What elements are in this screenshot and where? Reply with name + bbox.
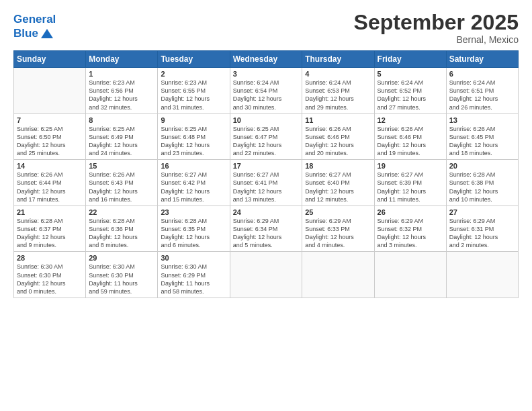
calendar-cell: 20Sunrise: 6:28 AM Sunset: 6:38 PM Dayli… [446, 160, 518, 206]
col-monday: Monday [86, 51, 158, 68]
calendar-cell: 1Sunrise: 6:23 AM Sunset: 6:56 PM Daylig… [86, 68, 158, 114]
day-number: 30 [161, 254, 226, 262]
calendar-cell [14, 68, 86, 114]
header: General Blue September 2025 Bernal, Mexi… [13, 11, 519, 45]
calendar-cell: 25Sunrise: 6:29 AM Sunset: 6:33 PM Dayli… [302, 205, 374, 252]
calendar-cell [374, 252, 446, 298]
day-number: 20 [449, 162, 515, 170]
calendar-cell: 18Sunrise: 6:27 AM Sunset: 6:40 PM Dayli… [302, 160, 374, 206]
day-number: 15 [89, 162, 154, 170]
day-info: Sunrise: 6:23 AM Sunset: 6:56 PM Dayligh… [89, 79, 154, 111]
day-info: Sunrise: 6:28 AM Sunset: 6:38 PM Dayligh… [449, 171, 515, 203]
day-number: 29 [89, 254, 154, 262]
day-info: Sunrise: 6:29 AM Sunset: 6:34 PM Dayligh… [233, 217, 300, 250]
calendar-cell: 24Sunrise: 6:29 AM Sunset: 6:34 PM Dayli… [230, 205, 302, 252]
day-number: 18 [305, 162, 371, 170]
day-info: Sunrise: 6:28 AM Sunset: 6:36 PM Dayligh… [89, 217, 154, 250]
day-number: 24 [233, 208, 300, 216]
svg-marker-0 [41, 29, 53, 38]
col-friday: Friday [374, 51, 446, 68]
calendar-cell: 28Sunrise: 6:30 AM Sunset: 6:30 PM Dayli… [14, 252, 86, 298]
calendar-cell: 17Sunrise: 6:27 AM Sunset: 6:41 PM Dayli… [230, 160, 302, 206]
logo-icon [40, 26, 54, 41]
calendar-cell: 4Sunrise: 6:24 AM Sunset: 6:53 PM Daylig… [302, 68, 374, 114]
calendar-cell [230, 252, 302, 298]
calendar-week-row-2: 7Sunrise: 6:25 AM Sunset: 6:50 PM Daylig… [14, 113, 519, 160]
day-info: Sunrise: 6:26 AM Sunset: 6:46 PM Dayligh… [378, 125, 443, 158]
calendar-week-row-1: 1Sunrise: 6:23 AM Sunset: 6:56 PM Daylig… [14, 68, 519, 114]
calendar-cell: 6Sunrise: 6:24 AM Sunset: 6:51 PM Daylig… [446, 68, 518, 114]
day-number: 27 [449, 208, 515, 216]
logo-line1: General [13, 13, 56, 26]
calendar-cell: 22Sunrise: 6:28 AM Sunset: 6:36 PM Dayli… [86, 205, 158, 252]
day-info: Sunrise: 6:27 AM Sunset: 6:40 PM Dayligh… [305, 171, 371, 203]
calendar-cell: 29Sunrise: 6:30 AM Sunset: 6:30 PM Dayli… [86, 252, 158, 298]
month-title: September 2025 [354, 11, 519, 34]
day-number: 26 [378, 208, 443, 216]
day-info: Sunrise: 6:24 AM Sunset: 6:53 PM Dayligh… [305, 79, 371, 111]
day-info: Sunrise: 6:26 AM Sunset: 6:45 PM Dayligh… [449, 125, 515, 158]
day-number: 23 [161, 208, 226, 216]
day-number: 5 [378, 70, 443, 78]
day-info: Sunrise: 6:27 AM Sunset: 6:39 PM Dayligh… [378, 171, 443, 203]
location: Bernal, Mexico [354, 34, 519, 45]
day-number: 21 [17, 208, 83, 216]
calendar-week-row-4: 21Sunrise: 6:28 AM Sunset: 6:37 PM Dayli… [14, 205, 519, 252]
calendar-cell: 11Sunrise: 6:26 AM Sunset: 6:46 PM Dayli… [302, 113, 374, 160]
day-number: 7 [17, 116, 83, 124]
col-thursday: Thursday [302, 51, 374, 68]
calendar-cell: 10Sunrise: 6:25 AM Sunset: 6:47 PM Dayli… [230, 113, 302, 160]
day-info: Sunrise: 6:30 AM Sunset: 6:30 PM Dayligh… [17, 263, 83, 295]
calendar-cell [446, 252, 518, 298]
calendar-cell [302, 252, 374, 298]
day-info: Sunrise: 6:24 AM Sunset: 6:52 PM Dayligh… [378, 79, 443, 111]
day-info: Sunrise: 6:29 AM Sunset: 6:32 PM Dayligh… [378, 217, 443, 250]
day-number: 28 [17, 254, 83, 262]
calendar-cell: 30Sunrise: 6:30 AM Sunset: 6:29 PM Dayli… [158, 252, 230, 298]
day-number: 17 [233, 162, 300, 170]
day-info: Sunrise: 6:24 AM Sunset: 6:51 PM Dayligh… [449, 79, 515, 111]
day-number: 6 [449, 70, 515, 78]
calendar-cell: 2Sunrise: 6:23 AM Sunset: 6:55 PM Daylig… [158, 68, 230, 114]
calendar-cell: 5Sunrise: 6:24 AM Sunset: 6:52 PM Daylig… [374, 68, 446, 114]
day-number: 11 [305, 116, 371, 124]
day-info: Sunrise: 6:25 AM Sunset: 6:50 PM Dayligh… [17, 125, 83, 158]
day-info: Sunrise: 6:26 AM Sunset: 6:46 PM Dayligh… [305, 125, 371, 158]
col-saturday: Saturday [446, 51, 518, 68]
title-block: September 2025 Bernal, Mexico [354, 11, 519, 45]
calendar-cell: 12Sunrise: 6:26 AM Sunset: 6:46 PM Dayli… [374, 113, 446, 160]
day-number: 13 [449, 116, 515, 124]
calendar-cell: 26Sunrise: 6:29 AM Sunset: 6:32 PM Dayli… [374, 205, 446, 252]
day-number: 22 [89, 208, 154, 216]
day-info: Sunrise: 6:27 AM Sunset: 6:41 PM Dayligh… [233, 171, 300, 203]
calendar-cell: 7Sunrise: 6:25 AM Sunset: 6:50 PM Daylig… [14, 113, 86, 160]
day-info: Sunrise: 6:29 AM Sunset: 6:31 PM Dayligh… [449, 217, 515, 250]
day-info: Sunrise: 6:30 AM Sunset: 6:29 PM Dayligh… [161, 263, 226, 295]
calendar-week-row-5: 28Sunrise: 6:30 AM Sunset: 6:30 PM Dayli… [14, 252, 519, 298]
page: General Blue September 2025 Bernal, Mexi… [0, 0, 532, 411]
day-info: Sunrise: 6:27 AM Sunset: 6:42 PM Dayligh… [161, 171, 226, 203]
calendar-cell: 27Sunrise: 6:29 AM Sunset: 6:31 PM Dayli… [446, 205, 518, 252]
day-number: 4 [305, 70, 371, 78]
calendar-cell: 8Sunrise: 6:25 AM Sunset: 6:49 PM Daylig… [86, 113, 158, 160]
calendar-cell: 19Sunrise: 6:27 AM Sunset: 6:39 PM Dayli… [374, 160, 446, 206]
logo-line2: Blue [13, 27, 38, 40]
day-number: 12 [378, 116, 443, 124]
calendar-cell: 23Sunrise: 6:28 AM Sunset: 6:35 PM Dayli… [158, 205, 230, 252]
day-number: 14 [17, 162, 83, 170]
day-info: Sunrise: 6:26 AM Sunset: 6:44 PM Dayligh… [17, 171, 83, 203]
day-info: Sunrise: 6:25 AM Sunset: 6:48 PM Dayligh… [161, 125, 226, 158]
day-info: Sunrise: 6:24 AM Sunset: 6:54 PM Dayligh… [233, 79, 300, 111]
day-number: 3 [233, 70, 300, 78]
day-number: 8 [89, 116, 154, 124]
day-info: Sunrise: 6:28 AM Sunset: 6:35 PM Dayligh… [161, 217, 226, 250]
calendar-cell: 14Sunrise: 6:26 AM Sunset: 6:44 PM Dayli… [14, 160, 86, 206]
day-info: Sunrise: 6:26 AM Sunset: 6:43 PM Dayligh… [89, 171, 154, 203]
calendar-week-row-3: 14Sunrise: 6:26 AM Sunset: 6:44 PM Dayli… [14, 160, 519, 206]
day-info: Sunrise: 6:30 AM Sunset: 6:30 PM Dayligh… [89, 263, 154, 295]
day-number: 1 [89, 70, 154, 78]
day-number: 10 [233, 116, 300, 124]
day-number: 2 [161, 70, 226, 78]
col-wednesday: Wednesday [230, 51, 302, 68]
calendar-cell: 16Sunrise: 6:27 AM Sunset: 6:42 PM Dayli… [158, 160, 230, 206]
